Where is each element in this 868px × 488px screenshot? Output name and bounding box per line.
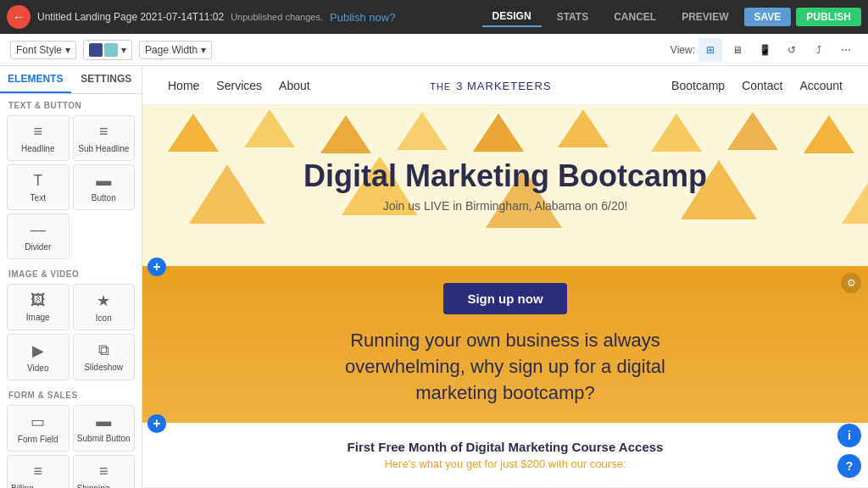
publish-button[interactable]: PUBLISH: [796, 8, 861, 26]
element-icon[interactable]: ★ Icon: [73, 284, 136, 330]
element-divider[interactable]: — Divider: [7, 214, 70, 259]
element-headline[interactable]: ≡ Headline: [7, 115, 70, 161]
cta-text: Running your own business is always over…: [327, 328, 683, 406]
view-history-icon[interactable]: ↺: [780, 38, 804, 62]
logo-the: THE: [430, 81, 451, 92]
save-button[interactable]: SAVE: [744, 8, 792, 26]
design-button[interactable]: DESIGN: [482, 7, 542, 27]
publish-now-link[interactable]: Publish now?: [330, 11, 395, 24]
stats-button[interactable]: STATS: [547, 8, 599, 26]
section-text-button: TEXT & BUTTON: [0, 94, 142, 112]
nav-contact[interactable]: Contact: [742, 79, 782, 92]
form-field-label: Form Field: [18, 435, 58, 444]
svg-marker-7: [727, 112, 778, 150]
icon-label: Icon: [96, 313, 112, 323]
help-button[interactable]: ?: [837, 454, 861, 478]
icon-icon: ★: [97, 291, 110, 310]
element-slideshow[interactable]: ⧉ Slideshow: [73, 334, 136, 380]
canvas: Home Services About THE 3 MARKETEERS Boo…: [142, 66, 868, 488]
chevron-down-icon-2: ▾: [121, 44, 126, 56]
billing-address-icon: ≡: [33, 463, 42, 480]
font-style-label: Font Style: [16, 44, 62, 56]
sidebar: ELEMENTS SETTINGS TEXT & BUTTON ≡ Headli…: [0, 66, 142, 488]
preview-button[interactable]: PREVIEW: [671, 8, 738, 26]
toolbar-right: View: ⊞ 🖥 📱 ↺ ⤴ ⋯: [670, 38, 858, 62]
font-style-select[interactable]: Font Style ▾: [10, 41, 76, 59]
billing-address-label: Billing Address: [11, 484, 65, 488]
top-bar: ← Untitled Landing Page 2021-07-14T11:02…: [0, 0, 868, 34]
form-field-icon: ▭: [31, 413, 45, 431]
sub-headline-label: Sub Headline: [78, 144, 129, 153]
shipping-address-label: Shipping Address: [77, 484, 131, 488]
element-form-field[interactable]: ▭ Form Field: [7, 405, 70, 452]
cancel-button[interactable]: CANCEL: [604, 8, 666, 26]
lower-section: First Free Month of Digital Marketing Co…: [142, 423, 868, 487]
submit-button-icon: ▬: [96, 413, 111, 430]
unpublished-text: Unpublished changes.: [231, 12, 323, 22]
svg-marker-0: [168, 114, 219, 152]
svg-marker-1: [244, 109, 295, 147]
element-shipping-address[interactable]: ≡ Shipping Address: [73, 455, 136, 488]
nav-about[interactable]: About: [279, 79, 310, 92]
element-sub-headline[interactable]: ≡ Sub Headline: [73, 115, 136, 161]
gear-icon[interactable]: ⚙: [841, 273, 861, 293]
nav-bootcamp[interactable]: Bootcamp: [671, 79, 725, 92]
view-tablet-icon[interactable]: 📱: [753, 38, 776, 62]
element-submit-button[interactable]: ▬ Submit Button: [73, 405, 136, 452]
color-swatch-1: [89, 43, 103, 57]
hero-section: Digital Marketing Bootcamp Join us LIVE …: [142, 105, 868, 266]
slideshow-icon: ⧉: [98, 341, 109, 359]
element-video[interactable]: ▶ Video: [7, 334, 70, 380]
element-billing-address[interactable]: ≡ Billing Address: [7, 455, 70, 488]
element-image[interactable]: 🖼 Image: [7, 284, 70, 330]
svg-marker-4: [473, 114, 524, 152]
chevron-down-icon: ▾: [65, 44, 70, 56]
page-width-select[interactable]: Page Width ▾: [139, 41, 212, 59]
video-label: Video: [27, 363, 48, 373]
slideshow-label: Slideshow: [84, 363, 123, 372]
sub-headline-icon: ≡: [99, 123, 108, 141]
video-icon: ▶: [32, 341, 44, 360]
toolbar: Font Style ▾ ▾ Page Width ▾ View: ⊞ 🖥 📱 …: [0, 34, 868, 66]
add-section-button-hero[interactable]: +: [147, 258, 166, 276]
element-button[interactable]: ▬ Button: [73, 164, 136, 210]
toolbar-left: Font Style ▾ ▾ Page Width ▾: [10, 40, 212, 60]
tab-elements[interactable]: ELEMENTS: [0, 66, 71, 93]
back-button[interactable]: ←: [7, 5, 31, 29]
headline-label: Headline: [21, 144, 54, 153]
svg-marker-5: [558, 109, 609, 147]
divider-icon: —: [31, 221, 46, 239]
view-share-icon[interactable]: ⤴: [807, 38, 831, 62]
main-layout: ELEMENTS SETTINGS TEXT & BUTTON ≡ Headli…: [0, 66, 868, 488]
cta-section: ⚙ Sign up now Running your own business …: [142, 266, 868, 423]
tab-settings[interactable]: SETTINGS: [71, 66, 142, 93]
color-picker[interactable]: ▾: [83, 40, 132, 60]
view-desktop-icon[interactable]: ⊞: [698, 38, 722, 62]
color-swatch-2: [104, 43, 118, 57]
page-title: Untitled Landing Page 2021-07-14T11:02: [37, 11, 224, 23]
shipping-address-icon: ≡: [99, 463, 108, 480]
image-label: Image: [26, 313, 50, 322]
site-nav-right: Bootcamp Contact Account: [671, 79, 843, 92]
submit-button-label: Submit Button: [77, 434, 131, 443]
nav-account[interactable]: Account: [799, 79, 843, 92]
view-monitor-icon[interactable]: 🖥: [726, 38, 749, 62]
section-image-video: IMAGE & VIDEO: [0, 263, 142, 280]
svg-marker-3: [397, 112, 448, 150]
image-icon: 🖼: [31, 291, 46, 309]
text-icon: T: [33, 172, 42, 190]
nav-home[interactable]: Home: [168, 79, 199, 92]
svg-marker-10: [189, 164, 265, 224]
element-text[interactable]: T Text: [7, 164, 70, 210]
button-icon: ▬: [96, 172, 111, 190]
hero-title: Digital Marketing Bootcamp: [303, 158, 707, 194]
chevron-down-icon-3: ▾: [201, 44, 206, 56]
nav-services[interactable]: Services: [216, 79, 262, 92]
color-swatch: [89, 43, 118, 57]
info-button[interactable]: i: [837, 424, 861, 447]
divider-label: Divider: [25, 242, 51, 252]
sign-up-button[interactable]: Sign up now: [443, 283, 566, 314]
view-more-icon[interactable]: ⋯: [834, 38, 858, 62]
sidebar-tabs: ELEMENTS SETTINGS: [0, 66, 142, 94]
svg-marker-14: [842, 164, 868, 224]
